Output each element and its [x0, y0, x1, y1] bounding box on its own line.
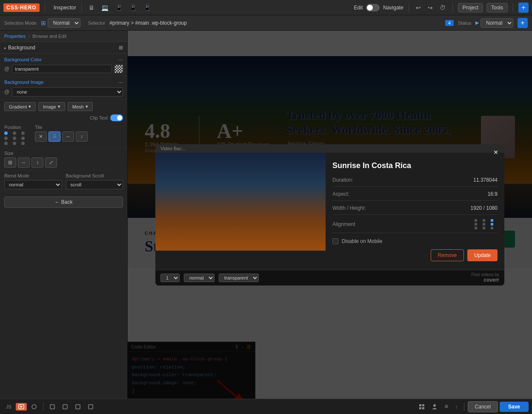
redo-btn[interactable]: ↪: [426, 3, 435, 12]
video-opacity-select[interactable]: transparent: [219, 274, 259, 282]
laptop-icon[interactable]: 💻: [100, 3, 110, 12]
background-title: Background: [8, 45, 119, 51]
grid-icon-btn[interactable]: [416, 403, 427, 411]
video-modal: × Video Bac... Sunrise In Costa Rica Dur…: [155, 144, 504, 286]
square-btn-1[interactable]: [60, 403, 71, 411]
modal-close-btn[interactable]: ×: [491, 148, 501, 158]
blend-mode-select[interactable]: normal: [4, 180, 62, 189]
add-btn[interactable]: +: [518, 3, 529, 13]
top-bar: CSS·HERO Inspector 🖥 💻 📱 📱 📱 Edit Naviga…: [0, 0, 532, 15]
align-dot-9[interactable]: [491, 227, 493, 229]
undo-btn[interactable]: ↩: [414, 3, 423, 12]
status-select[interactable]: Normal: [481, 18, 513, 28]
back-btn[interactable]: ← Back: [4, 197, 123, 208]
cancel-btn[interactable]: Cancel: [468, 401, 498, 412]
parallax-btn[interactable]: [29, 403, 40, 411]
video-thumbnail: [155, 153, 326, 251]
clip-text-toggle[interactable]: [110, 114, 123, 121]
tools-btn[interactable]: Tools: [486, 3, 508, 12]
align-dot-1[interactable]: [475, 219, 477, 222]
desktop-icon[interactable]: 🖥: [87, 3, 96, 12]
video-modal-actions: Remove Update: [332, 249, 498, 261]
bg-image-options[interactable]: ···: [118, 79, 123, 86]
position-dot-bl[interactable]: [4, 142, 8, 145]
tile-none-btn[interactable]: ✕: [35, 131, 47, 142]
size-cover-btn[interactable]: ↕: [31, 157, 43, 168]
bg-scroll-col: Background Scroll scroll: [66, 173, 123, 189]
navigate-label: Navigate: [383, 5, 403, 11]
aspect-label: Aspect:: [332, 191, 349, 197]
tile-x-btn[interactable]: ↔: [62, 131, 74, 142]
bg-scroll-select[interactable]: scroll: [66, 180, 123, 189]
square-btn-3[interactable]: [85, 403, 96, 411]
mesh-btn[interactable]: Mesh▾: [68, 102, 93, 111]
svg-rect-12: [422, 407, 424, 409]
position-dot-tc[interactable]: [13, 131, 16, 135]
align-dot-4[interactable]: [475, 223, 477, 226]
size-contain-btn[interactable]: ↔: [18, 157, 30, 168]
tile-repeat-btn[interactable]: ⠿: [49, 131, 60, 142]
left-panel: Properties › Browse and Edit ▸ Backgroun…: [0, 31, 128, 399]
bg-color-options[interactable]: ···: [118, 56, 123, 63]
size-buttons: ⊞ ↔ ↕ ⤢: [4, 157, 123, 168]
gradient-btn[interactable]: Gradient▾: [4, 102, 36, 111]
background-video-btn[interactable]: [16, 403, 27, 411]
align-dot-2[interactable]: [483, 219, 485, 222]
position-dot-mc[interactable]: [13, 137, 16, 140]
video-progress-input[interactable]: 1: [160, 274, 180, 282]
js-btn[interactable]: JS: [3, 403, 14, 410]
small-mobile-icon[interactable]: 📱: [142, 3, 152, 12]
settings-icon-btn[interactable]: ⚙: [442, 403, 451, 411]
position-section: Position: [4, 125, 28, 145]
update-btn[interactable]: Update: [467, 249, 498, 261]
square-btn-2[interactable]: [72, 403, 83, 411]
mobile-icon[interactable]: 📱: [128, 3, 138, 12]
tablet-icon[interactable]: 📱: [114, 3, 124, 12]
align-dot-8[interactable]: [483, 227, 485, 229]
video-modal-overlay[interactable]: × Video Bac... Sunrise In Costa Rica Dur…: [128, 31, 532, 399]
video-blend-select[interactable]: normal: [184, 274, 215, 282]
background-section-icon[interactable]: ⊞: [119, 45, 123, 51]
scroll-btn[interactable]: [47, 403, 58, 411]
remove-btn[interactable]: Remove: [431, 249, 464, 261]
align-dot-6[interactable]: [491, 223, 493, 226]
edit-navigate-toggle[interactable]: [366, 4, 380, 11]
tile-section: Tile ✕ ⠿ ↔ ↕: [35, 125, 88, 145]
position-dot-bc[interactable]: [13, 142, 16, 145]
position-dot-br[interactable]: [21, 142, 25, 145]
duration-value: 11.378044: [473, 177, 498, 183]
align-dot-3[interactable]: [491, 219, 493, 222]
position-dot-mr[interactable]: [21, 137, 25, 140]
save-btn[interactable]: Save: [500, 402, 529, 412]
duration-label: Duration:: [332, 177, 353, 183]
css-hero-logo: CSS·HERO: [3, 3, 40, 12]
bg-image-select[interactable]: none: [12, 87, 123, 97]
disable-mobile-label: Disable on Mobile: [342, 238, 382, 244]
selector-value: #primary > #main .wp-block-group: [109, 20, 187, 26]
align-dot-7[interactable]: [475, 227, 477, 229]
project-btn[interactable]: Project: [458, 3, 483, 12]
history-btn[interactable]: ⏱: [438, 3, 447, 12]
person-icon-btn[interactable]: [429, 403, 440, 411]
align-dot-5[interactable]: [483, 223, 485, 226]
disable-mobile-checkbox[interactable]: [332, 238, 338, 244]
bg-image-at-icon: @: [4, 89, 9, 95]
svg-rect-6: [63, 405, 67, 409]
wh-value: 1920 / 1080: [471, 205, 498, 211]
add-selector-btn[interactable]: +: [518, 18, 528, 28]
position-dot-ml[interactable]: [4, 137, 8, 140]
position-dot-tl[interactable]: [4, 131, 8, 135]
position-dot-tr[interactable]: [21, 131, 25, 135]
color-swatch[interactable]: [114, 65, 123, 73]
properties-link[interactable]: Properties: [4, 34, 26, 39]
selection-mode-select[interactable]: Normal: [48, 18, 80, 28]
share-icon-btn[interactable]: ↑: [453, 403, 460, 411]
video-modal-bottom: 1 normal transparent Free videos by cove…: [155, 270, 504, 286]
image-btn[interactable]: Image▾: [38, 102, 65, 111]
size-custom-btn[interactable]: ⤢: [45, 157, 57, 168]
size-auto-btn[interactable]: ⊞: [4, 157, 16, 168]
bg-color-input[interactable]: [12, 65, 112, 73]
tile-y-btn[interactable]: ↕: [76, 131, 88, 142]
status-badge: 4: [445, 20, 454, 26]
preview-area[interactable]: 4.8 2,394 Ratings Google Reviews A+ 125 …: [128, 31, 532, 399]
